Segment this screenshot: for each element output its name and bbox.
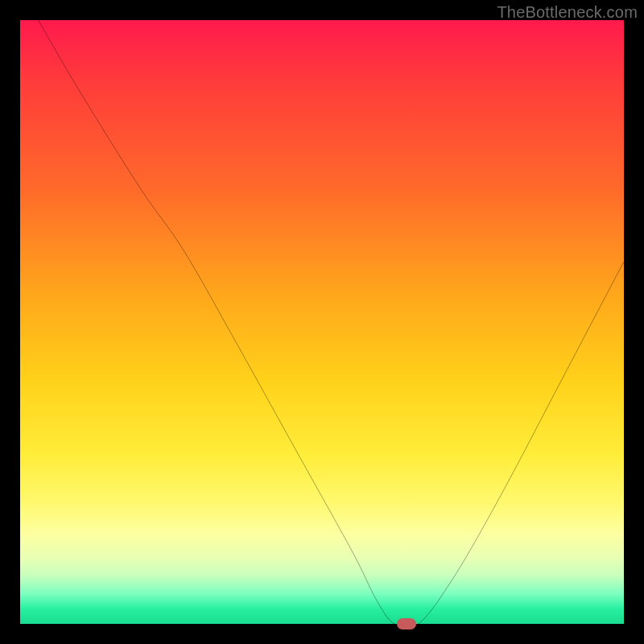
optimal-marker [397, 618, 416, 630]
chart-frame: TheBottleneck.com [0, 0, 644, 644]
curve-path [39, 20, 625, 624]
bottleneck-curve [20, 20, 624, 624]
plot-area [20, 20, 624, 624]
watermark-text: TheBottleneck.com [497, 3, 638, 22]
